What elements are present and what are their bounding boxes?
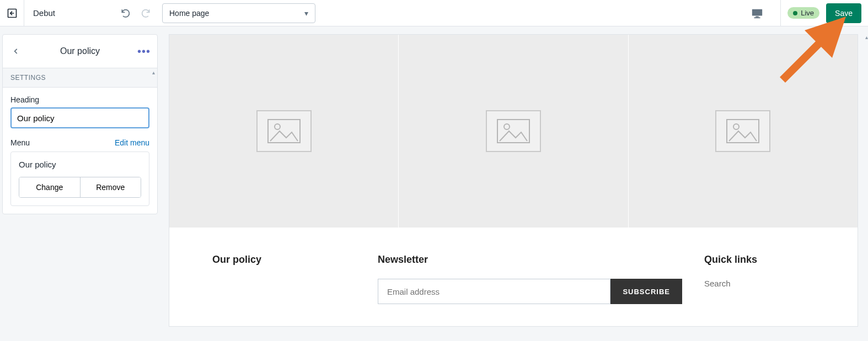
gallery-item[interactable]: [399, 35, 628, 228]
settings-section-label: SETTINGS ▴: [3, 68, 157, 88]
footer-policy-column: Our policy: [212, 254, 356, 304]
scroll-up-icon: ▴: [865, 34, 868, 40]
image-placeholder-icon: [486, 110, 541, 152]
image-placeholder-icon: [715, 110, 770, 152]
menu-card: Our policy Change Remove: [10, 151, 149, 206]
page-selector-label: Home page: [169, 9, 209, 18]
heading-field-label: Heading: [10, 95, 149, 104]
undo-icon: [120, 8, 131, 19]
more-icon: •••: [137, 45, 151, 58]
page-selector[interactable]: Home page ▾: [162, 3, 315, 23]
preview-area: ▴: [160, 26, 868, 341]
svg-rect-8: [727, 120, 759, 143]
settings-panel: Our policy ••• SETTINGS ▴ Heading Menu E…: [2, 34, 158, 214]
edit-menu-link[interactable]: Edit menu: [115, 138, 149, 147]
panel-header: Our policy •••: [3, 35, 157, 68]
gallery-row: [169, 35, 858, 228]
preview-footer: Our policy Newsletter SUBSCRIBE Quick li…: [169, 228, 858, 326]
gallery-item[interactable]: [169, 35, 399, 228]
live-label: Live: [801, 9, 814, 17]
scroll-up-icon: ▴: [152, 69, 156, 75]
back-button[interactable]: [9, 47, 23, 55]
save-button[interactable]: Save: [826, 3, 861, 23]
subscribe-button[interactable]: SUBSCRIBE: [610, 279, 682, 304]
change-button[interactable]: Change: [19, 177, 80, 197]
footer-newsletter-heading: Newsletter: [378, 254, 682, 266]
svg-rect-4: [268, 120, 300, 143]
svg-point-5: [275, 124, 280, 129]
footer-newsletter-column: Newsletter SUBSCRIBE: [378, 254, 682, 304]
panel-body: Heading Menu Edit menu Our policy Change…: [3, 88, 157, 214]
chevron-down-icon: ▾: [304, 9, 308, 18]
remove-button[interactable]: Remove: [80, 177, 141, 197]
redo-icon: [140, 8, 151, 19]
svg-point-9: [733, 124, 739, 129]
more-actions-button[interactable]: •••: [137, 45, 151, 58]
menu-name: Our policy: [19, 160, 141, 169]
sidebar: Our policy ••• SETTINGS ▴ Heading Menu E…: [0, 26, 160, 341]
heading-input[interactable]: [10, 107, 149, 128]
redo-button[interactable]: [138, 6, 153, 21]
menu-field-label: Menu: [10, 138, 30, 147]
footer-quick-links-heading: Quick links: [704, 254, 815, 266]
image-placeholder-icon: [256, 110, 312, 152]
exit-button[interactable]: [0, 0, 24, 26]
svg-rect-3: [754, 17, 760, 18]
svg-rect-1: [752, 9, 762, 15]
exit-icon: [7, 8, 18, 19]
email-input[interactable]: [378, 279, 610, 304]
live-badge: Live: [787, 7, 819, 19]
svg-point-7: [504, 124, 510, 129]
topbar: Debut Home page ▾ Live Save: [0, 0, 868, 26]
desktop-icon: [751, 7, 763, 19]
chevron-left-icon: [12, 47, 20, 55]
svg-rect-6: [497, 120, 529, 143]
quick-link-search[interactable]: Search: [704, 279, 815, 288]
panel-title: Our policy: [23, 46, 137, 56]
preview-frame: Our policy Newsletter SUBSCRIBE Quick li…: [169, 34, 858, 327]
gallery-item[interactable]: [629, 35, 858, 228]
status-dot-icon: [793, 11, 797, 15]
viewport-desktop-button[interactable]: [747, 3, 767, 23]
svg-rect-2: [756, 16, 759, 17]
theme-name: Debut: [24, 8, 118, 18]
divider: [780, 0, 781, 26]
main-area: Our policy ••• SETTINGS ▴ Heading Menu E…: [0, 26, 868, 341]
footer-quick-links-column: Quick links Search: [704, 254, 815, 304]
footer-policy-heading: Our policy: [212, 254, 356, 266]
undo-button[interactable]: [118, 6, 133, 21]
